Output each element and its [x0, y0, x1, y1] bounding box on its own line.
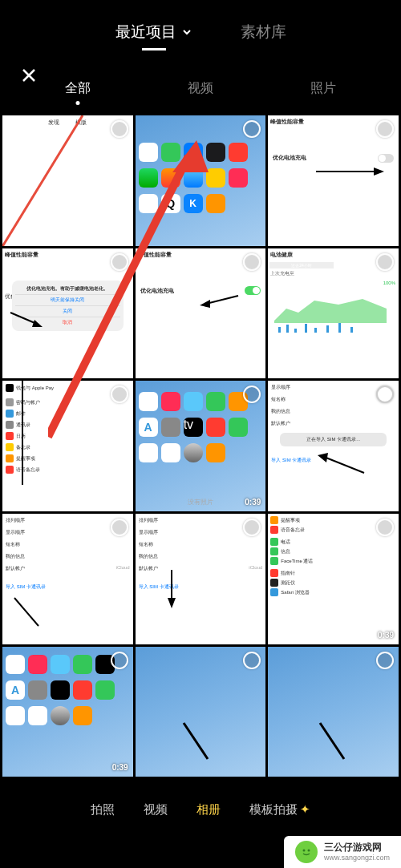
select-radio[interactable]: [111, 120, 128, 138]
select-radio[interactable]: [111, 386, 128, 403]
filter-video[interactable]: 视频: [188, 80, 213, 97]
thumbnail-14[interactable]: [136, 647, 266, 777]
select-radio[interactable]: [111, 652, 128, 669]
bottom-tab-album[interactable]: 相册: [196, 802, 221, 818]
select-radio[interactable]: [243, 652, 261, 669]
bottom-bar: 拍照 视频 相册 模板拍摄 ✦: [0, 789, 401, 830]
media-grid: 发现 模版 QK 峰值性能容量 优化电池充电 峰值性能容量 优化电 优化电池: [0, 113, 401, 779]
label: 优化电池充电: [140, 287, 174, 295]
thumbnail-7[interactable]: 钱包与 Apple Pay 密码与帐户 邮件 通讯录 日历 备忘录 提醒事项 语…: [2, 381, 133, 511]
svg-point-28: [307, 850, 310, 852]
thumbnail-6[interactable]: 电池健康 过去24小时 过去10天 上次充电至 100%: [268, 248, 399, 379]
svg-marker-7: [274, 299, 387, 323]
thumbnail-5[interactable]: 峰值性能容量 优化电池充电: [136, 248, 266, 379]
svg-marker-21: [168, 598, 176, 608]
no-photos-label: 没有照片: [188, 498, 213, 507]
thumbnail-13[interactable]: A 0:39: [2, 647, 133, 777]
bottom-tab-template[interactable]: 模板拍摄 ✦: [249, 802, 310, 818]
thumbnail-11[interactable]: 排列顺序 显示顺序 短名称 我的信息 默认帐户iCloud 导入 SIM 卡通讯…: [136, 514, 266, 644]
tab-label: 发现: [48, 119, 59, 127]
svg-line-19: [14, 598, 38, 626]
tab-label: 模版: [75, 119, 87, 127]
bottom-tab-video[interactable]: 视频: [144, 802, 168, 818]
svg-rect-10: [294, 329, 297, 333]
svg-line-17: [324, 457, 364, 473]
thumbnail-2[interactable]: QK: [136, 115, 266, 246]
svg-marker-2: [374, 168, 384, 176]
duration-label: 0:39: [112, 763, 128, 772]
thumbnail-4[interactable]: 峰值性能容量 优化电 优化电池充电。有助于减缓电池老化。 明天前保持关闭 关闭 …: [2, 248, 133, 379]
filter-photo[interactable]: 照片: [310, 80, 336, 97]
thumbnail-3[interactable]: 峰值性能容量 优化电池充电: [268, 115, 399, 246]
watermark-url: www.sangongzi.com: [324, 854, 390, 862]
svg-point-27: [302, 850, 305, 852]
thumbnail-8[interactable]: Atv 没有照片 0:39: [136, 381, 266, 511]
svg-rect-15: [350, 327, 353, 333]
svg-point-26: [300, 846, 313, 858]
duration-label: 0:39: [378, 631, 394, 640]
duration-label: 0:39: [245, 498, 261, 507]
select-radio[interactable]: [376, 519, 394, 536]
tab-recent-label: 最近项目: [115, 22, 176, 42]
watermark-logo-icon: [295, 841, 318, 863]
tab-recent-items[interactable]: 最近项目: [115, 22, 192, 42]
thumbnail-1[interactable]: 发现 模版: [2, 115, 133, 246]
select-radio[interactable]: [376, 120, 394, 138]
watermark: 三公仔游戏网 www.sangongzi.com: [284, 836, 401, 868]
thumbnail-10[interactable]: 排列顺序 显示顺序 短名称 我的信息 默认帐户iCloud 导入 SIM 卡通讯…: [2, 514, 133, 644]
close-button[interactable]: [14, 61, 43, 90]
sparkle-icon: ✦: [300, 802, 310, 817]
svg-marker-18: [318, 453, 328, 462]
label: 优化电池充电: [273, 154, 306, 162]
bottom-tab-camera[interactable]: 拍照: [91, 802, 115, 818]
chevron-down-icon: [181, 26, 192, 38]
toggle-off-icon: [378, 154, 394, 163]
svg-line-22: [184, 723, 208, 759]
top-tabs: 最近项目 素材库: [0, 8, 401, 56]
thumbnail-12[interactable]: 提醒事项 语音备忘录 电话 信息 FaceTime 通话 指南针 测距仪 Saf…: [268, 514, 399, 644]
thumbnail-9[interactable]: 显示顺序 短名称 我的信息 默认帐户 正在导入 SIM 卡通讯录... 导入 S…: [268, 381, 399, 511]
svg-rect-14: [338, 323, 341, 333]
svg-rect-13: [326, 325, 329, 333]
select-radio[interactable]: [376, 652, 394, 669]
svg-rect-11: [305, 324, 307, 333]
filter-all[interactable]: 全部: [65, 80, 91, 97]
watermark-name: 三公仔游戏网: [324, 842, 390, 853]
toggle-on-icon: [245, 286, 261, 295]
svg-rect-9: [286, 325, 289, 333]
svg-line-23: [320, 723, 344, 759]
battery-chart-icon: [274, 293, 392, 333]
select-radio[interactable]: [111, 519, 128, 536]
filter-tabs: 全部 视频 照片: [0, 80, 401, 97]
svg-rect-12: [314, 328, 317, 333]
svg-marker-6: [200, 300, 210, 308]
thumbnail-15[interactable]: [268, 647, 399, 777]
select-radio[interactable]: [243, 253, 261, 271]
tab-material-label: 素材库: [241, 22, 286, 42]
svg-line-0: [2, 115, 83, 246]
tab-material-library[interactable]: 素材库: [241, 22, 286, 42]
select-radio[interactable]: [376, 253, 394, 271]
select-radio[interactable]: [243, 120, 261, 138]
select-radio[interactable]: [111, 253, 128, 271]
close-icon: [21, 67, 37, 83]
dialog: 优化电池充电。有助于减缓电池老化。 明天前保持关闭 关闭 取消: [12, 281, 124, 331]
svg-rect-8: [278, 327, 281, 333]
